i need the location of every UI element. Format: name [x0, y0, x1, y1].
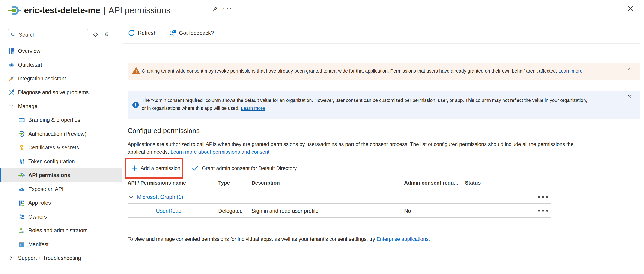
- footer-text: To view and manage consented permissions…: [128, 236, 376, 242]
- sidebar-item-label: Manifest: [28, 241, 48, 248]
- app-name: eric-test-delete-me: [24, 5, 100, 15]
- warning-message: Granting tenant-wide consent may revoke …: [142, 68, 557, 74]
- info-learn-more-link[interactable]: Learn more: [241, 106, 265, 111]
- sidebar-item-api-permissions[interactable]: API permissions: [0, 168, 122, 182]
- row-more-icon[interactable]: [538, 196, 548, 198]
- title-separator: |: [103, 5, 106, 15]
- sidebar-item-label: Diagnose and solve problems: [18, 89, 88, 96]
- table-row-divider: [128, 217, 551, 218]
- add-permission-button[interactable]: Add a permission: [141, 165, 180, 171]
- app-registration-icon: [8, 4, 21, 17]
- expand-chevron-icon[interactable]: [128, 195, 134, 199]
- column-header-status: Status: [465, 180, 481, 186]
- sidebar-item-roles-administrators[interactable]: Roles and administrators: [0, 224, 122, 238]
- footer-suffix: .: [428, 236, 430, 242]
- pin-icon[interactable]: [211, 6, 218, 13]
- warning-banner: Granting tenant-wide consent may revoke …: [128, 62, 640, 80]
- enterprise-applications-link[interactable]: Enterprise applications: [376, 236, 428, 242]
- sidebar-item-label: Support + Troubleshooting: [18, 255, 81, 261]
- app-roles-icon: [18, 200, 25, 206]
- warning-icon: [132, 67, 140, 75]
- sidebar-item-label: Roles and administrators: [28, 227, 88, 234]
- sidebar-item-manifest[interactable]: { } Manifest: [0, 237, 122, 251]
- info-text: The "Admin consent required" column show…: [142, 96, 587, 112]
- permission-link[interactable]: User.Read: [156, 208, 181, 214]
- api-permissions-icon: [18, 172, 25, 178]
- check-icon: [192, 165, 199, 172]
- warning-text: Granting tenant-wide consent may revoke …: [142, 68, 582, 74]
- sidebar-item-integration-assistant[interactable]: Integration assistant: [0, 72, 122, 86]
- sidebar-item-overview[interactable]: Overview: [0, 44, 122, 58]
- column-header-type: Type: [218, 180, 230, 186]
- branding-icon: www: [18, 117, 25, 123]
- column-header-description: Description: [252, 180, 280, 186]
- toolbar-separator: [163, 29, 163, 37]
- chevron-down-icon: [8, 103, 14, 109]
- sidebar-item-certificates[interactable]: Certificates & secrets: [0, 141, 122, 155]
- warning-close-icon[interactable]: [627, 65, 632, 71]
- sidebar-item-label: Authentication (Preview): [28, 131, 86, 137]
- api-group-link[interactable]: Microsoft Graph (1): [137, 194, 183, 200]
- permission-type: Delegated: [218, 208, 243, 214]
- blade-close-icon[interactable]: [627, 5, 634, 12]
- permissions-consent-link[interactable]: Learn more about permissions and consent: [170, 149, 270, 155]
- sidebar-item-label: Expose an API: [28, 186, 64, 192]
- column-header-admin-consent: Admin consent requ...: [404, 180, 458, 186]
- sidebar-item-token-configuration[interactable]: Token configuration: [0, 154, 122, 168]
- search-box[interactable]: [8, 29, 88, 40]
- column-header-name: API / Permissions name: [128, 180, 186, 186]
- permissions-table: API / Permissions name Type Description …: [128, 180, 551, 218]
- info-message-line2-text: or in organizations where this app will …: [142, 106, 240, 111]
- integration-assistant-icon: [8, 75, 14, 82]
- token-configuration-icon: [18, 158, 25, 165]
- refresh-button[interactable]: Refresh: [138, 30, 157, 36]
- sidebar-item-label: Owners: [28, 214, 47, 220]
- permission-actions: Add a permission Grant admin consent for…: [131, 163, 297, 174]
- warning-learn-more-link[interactable]: Learn more: [558, 68, 582, 74]
- sidebar-group-manage[interactable]: Manage: [0, 99, 122, 113]
- more-commands-icon[interactable]: ···: [222, 3, 232, 13]
- permission-admin-consent: No: [404, 208, 411, 214]
- collapse-menu-icon[interactable]: «: [104, 29, 108, 38]
- sidebar-item-owners[interactable]: Owners: [0, 210, 122, 224]
- table-header-row: API / Permissions name Type Description …: [128, 180, 551, 190]
- command-bar-divider: [123, 43, 640, 44]
- table-group-row: Microsoft Graph (1): [128, 190, 551, 203]
- sidebar-item-diagnose[interactable]: Diagnose and solve problems: [0, 86, 122, 100]
- plus-icon: [131, 165, 138, 171]
- diagnose-icon: [8, 89, 14, 96]
- certificates-icon: [18, 144, 25, 151]
- search-icon: [10, 32, 16, 37]
- sidebar-item-label: Certificates & secrets: [28, 144, 79, 151]
- sidebar-item-label: Manage: [18, 103, 37, 109]
- row-more-icon[interactable]: [538, 210, 548, 212]
- chevron-right-icon: [8, 255, 14, 261]
- info-banner: The "Admin consent required" column show…: [128, 91, 640, 119]
- feedback-button[interactable]: Got feedback?: [179, 30, 214, 36]
- api-permissions-blade: eric-test-delete-me | API permissions ··…: [0, 0, 644, 274]
- overview-icon: [8, 48, 14, 54]
- owners-icon: [18, 213, 25, 220]
- roles-administrators-icon: [18, 227, 25, 234]
- footer-note: To view and manage consented permissions…: [128, 236, 430, 242]
- command-bar: Refresh Got feedback?: [128, 27, 214, 38]
- sidebar-item-label: Branding & properties: [28, 117, 80, 123]
- sidebar-item-label: Quickstart: [18, 62, 42, 68]
- sidebar-group-support-troubleshooting[interactable]: Support + Troubleshooting: [0, 251, 122, 265]
- permission-description: Sign in and read user profile: [252, 208, 318, 214]
- grant-admin-consent-button[interactable]: Grant admin consent for Default Director…: [202, 165, 297, 171]
- sidebar-item-authentication[interactable]: Authentication (Preview): [0, 127, 122, 141]
- page-title: eric-test-delete-me | API permissions: [24, 5, 170, 15]
- sidebar-item-label: Token configuration: [28, 158, 75, 165]
- sidebar-item-label: Overview: [18, 48, 40, 54]
- sidebar-item-expose-api[interactable]: Expose an API: [0, 182, 122, 196]
- sidebar-item-branding[interactable]: www Branding & properties: [0, 113, 122, 127]
- diamond-icon[interactable]: [92, 32, 98, 38]
- sidebar-item-app-roles[interactable]: App roles: [0, 196, 122, 210]
- quickstart-icon: [8, 62, 14, 68]
- info-close-icon[interactable]: [627, 94, 632, 99]
- search-input[interactable]: [18, 31, 86, 38]
- sidebar-nav: Overview Quickstart Integration assi: [0, 44, 122, 265]
- svg-text:www: www: [20, 121, 23, 122]
- sidebar-item-quickstart[interactable]: Quickstart: [0, 58, 122, 72]
